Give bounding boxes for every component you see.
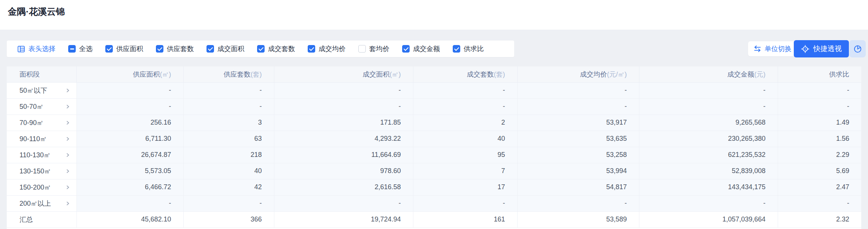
cell: 11,664.69 (274, 147, 413, 163)
column-header-deal-amount: 成交金额(元) (639, 66, 778, 82)
checkbox[interactable] (402, 45, 410, 53)
checkbox[interactable] (156, 45, 163, 53)
checkbox-deal-units[interactable]: 成交套数 (257, 44, 295, 53)
table-header-select-label: 表头选择 (28, 44, 55, 53)
checkbox[interactable] (207, 45, 214, 53)
column-header-deal-area: 成交面积(㎡) (274, 66, 413, 82)
cell: - (778, 82, 861, 98)
crosshair-icon (801, 45, 810, 53)
checkbox[interactable] (257, 45, 265, 53)
chart-view-button[interactable] (849, 40, 866, 57)
cell: 2 (413, 114, 517, 131)
chevron-right-icon[interactable] (65, 136, 70, 142)
cell: 2.47 (778, 179, 861, 195)
chevron-right-icon[interactable] (65, 104, 70, 109)
cell: 53,589 (517, 211, 639, 227)
cell: 143,434,175 (639, 179, 778, 195)
cell: 1,057,039,664 (639, 211, 778, 227)
unit-switch-button[interactable]: 单位切换 (748, 41, 797, 56)
cell: 978.60 (274, 163, 413, 179)
cell: - (517, 82, 639, 98)
cell: 63 (183, 131, 274, 147)
cell: - (274, 98, 413, 114)
checkbox-label: 供求比 (464, 44, 484, 53)
checkbox-per-unit-price[interactable]: 套均价 (358, 44, 389, 53)
quick-pivot-button[interactable]: 快捷透视 (794, 40, 849, 57)
checkbox[interactable] (68, 45, 76, 53)
checkbox-label: 成交套数 (268, 44, 295, 53)
chevron-right-icon[interactable] (65, 152, 70, 158)
cell: 53,635 (517, 131, 639, 147)
table-row: 50-70㎡ - - - - - - - (7, 98, 861, 114)
cell: - (183, 195, 274, 211)
checkbox-label: 成交均价 (319, 44, 346, 53)
chevron-right-icon[interactable] (65, 87, 70, 93)
cell: - (778, 98, 861, 114)
area-segment-label: 70-90㎡ (19, 119, 43, 127)
checkbox-select-all[interactable]: 全选 (68, 44, 93, 53)
column-header-supply-units: 供应套数(套) (183, 66, 274, 82)
table-grid-icon (17, 45, 25, 53)
cell: 53,258 (517, 147, 639, 163)
cell: 6,466.72 (76, 179, 183, 195)
cell: 256.16 (76, 114, 183, 131)
checkbox[interactable] (308, 45, 315, 53)
table-row: 150-200㎡ 6,466.72 42 2,616.58 17 54,817 … (7, 179, 861, 195)
area-segment-table: 面积段 供应面积(㎡) 供应套数(套) 成交面积(㎡) 成交套数(套) 成交均价… (7, 66, 861, 229)
table-row: 130-150㎡ 5,573.05 40 978.60 7 53,994 52,… (7, 163, 861, 179)
chevron-right-icon[interactable] (65, 120, 70, 125)
checkbox-supply-area[interactable]: 供应面积 (105, 44, 143, 53)
chevron-right-icon[interactable] (65, 184, 70, 190)
cell: 4,293.22 (274, 131, 413, 147)
cell: 5,573.05 (76, 163, 183, 179)
checkbox-deal-avg-price[interactable]: 成交均价 (308, 44, 346, 53)
cell: - (183, 98, 274, 114)
cell: 5.69 (778, 163, 861, 179)
cell: 171.85 (274, 114, 413, 131)
cell: - (778, 195, 861, 211)
cell: 366 (183, 211, 274, 227)
cell: 1.56 (778, 131, 861, 147)
checkbox-deal-area[interactable]: 成交面积 (207, 44, 244, 53)
checkbox-label: 全选 (79, 44, 93, 53)
cell: - (183, 82, 274, 98)
area-segment-label: 110-130㎡ (19, 151, 51, 159)
cell: 2,616.58 (274, 179, 413, 195)
cell: 2.29 (778, 147, 861, 163)
cell: - (639, 195, 778, 211)
column-header-supply-demand-ratio: 供求比 (778, 66, 861, 82)
chevron-right-icon[interactable] (65, 200, 70, 206)
checkbox-label: 套均价 (369, 44, 389, 53)
checkbox[interactable] (358, 45, 366, 53)
checkbox-label: 成交金额 (413, 44, 440, 53)
checkbox-supply-units[interactable]: 供应套数 (156, 44, 194, 53)
cell: 621,235,532 (639, 147, 778, 163)
chevron-right-icon[interactable] (65, 168, 70, 174)
checkbox-supply-demand-ratio[interactable]: 供求比 (453, 44, 484, 53)
area-segment-label: 50-70㎡ (19, 103, 43, 110)
table-header-select-button[interactable]: 表头选择 (17, 44, 55, 53)
table-row: 50㎡以下 - - - - - - - (7, 82, 861, 98)
cell: 26,674.87 (76, 147, 183, 163)
column-header-supply-area: 供应面积(㎡) (76, 66, 183, 82)
checkbox[interactable] (453, 45, 460, 53)
area-segment-label: 90-110㎡ (19, 135, 47, 143)
cell: 6,711.30 (76, 131, 183, 147)
cell: - (413, 98, 517, 114)
cell: - (76, 82, 183, 98)
checkbox-deal-amount[interactable]: 成交金额 (402, 44, 440, 53)
table-header-row: 面积段 供应面积(㎡) 供应套数(套) 成交面积(㎡) 成交套数(套) 成交均价… (7, 66, 861, 82)
swap-arrows-icon (753, 45, 762, 53)
table-row: 90-110㎡ 6,711.30 63 4,293.22 40 53,635 2… (7, 131, 861, 147)
cell: - (517, 98, 639, 114)
cell: 218 (183, 147, 274, 163)
cell: - (76, 195, 183, 211)
area-segment-label: 150-200㎡ (19, 184, 51, 191)
title-bar: 金隅·花溪云锦 (0, 0, 868, 30)
cell: 45,682.10 (76, 211, 183, 227)
checkbox[interactable] (105, 45, 113, 53)
unit-switch-label: 单位切换 (765, 44, 792, 53)
column-header-area-segment: 面积段 (7, 66, 76, 82)
page-title: 金隅·花溪云锦 (8, 6, 65, 18)
cell: 2.32 (778, 211, 861, 227)
